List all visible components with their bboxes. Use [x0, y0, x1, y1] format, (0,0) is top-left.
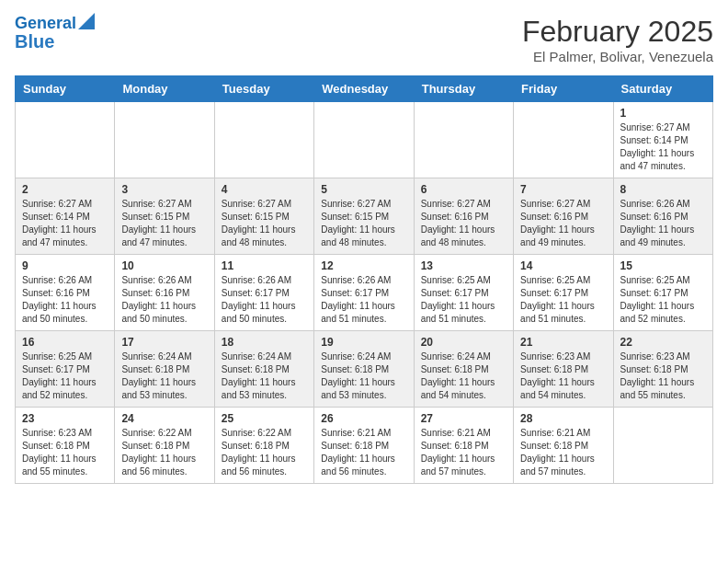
- weekday-header-saturday: Saturday: [613, 76, 712, 102]
- calendar-day-cell: 13Sunrise: 6:25 AM Sunset: 6:17 PM Dayli…: [414, 255, 513, 331]
- day-number: 20: [421, 336, 506, 349]
- calendar-day-cell: 9Sunrise: 6:26 AM Sunset: 6:16 PM Daylig…: [16, 255, 115, 331]
- day-number: 19: [321, 336, 406, 349]
- day-info: Sunrise: 6:27 AM Sunset: 6:15 PM Dayligh…: [222, 198, 307, 249]
- day-info: Sunrise: 6:24 AM Sunset: 6:18 PM Dayligh…: [421, 350, 506, 402]
- calendar-day-cell: 27Sunrise: 6:21 AM Sunset: 6:18 PM Dayli…: [414, 408, 513, 484]
- day-number: 21: [520, 336, 606, 349]
- day-number: 11: [222, 259, 307, 272]
- calendar-day-cell: [514, 102, 613, 178]
- calendar-day-cell: 8Sunrise: 6:26 AM Sunset: 6:16 PM Daylig…: [613, 178, 712, 255]
- day-number: 23: [22, 412, 108, 425]
- calendar-week-row: 9Sunrise: 6:26 AM Sunset: 6:16 PM Daylig…: [16, 255, 713, 331]
- calendar-week-row: 1Sunrise: 6:27 AM Sunset: 6:14 PM Daylig…: [16, 102, 713, 178]
- calendar-week-row: 2Sunrise: 6:27 AM Sunset: 6:14 PM Daylig…: [16, 178, 713, 255]
- day-info: Sunrise: 6:21 AM Sunset: 6:18 PM Dayligh…: [321, 427, 406, 478]
- day-number: 25: [222, 412, 307, 425]
- calendar-day-cell: [214, 102, 313, 178]
- calendar-day-cell: 3Sunrise: 6:27 AM Sunset: 6:15 PM Daylig…: [115, 178, 214, 255]
- calendar-day-cell: 16Sunrise: 6:25 AM Sunset: 6:17 PM Dayli…: [16, 331, 115, 408]
- day-info: Sunrise: 6:21 AM Sunset: 6:18 PM Dayligh…: [421, 427, 506, 478]
- day-number: 26: [321, 412, 406, 425]
- day-number: 9: [22, 259, 108, 272]
- day-number: 4: [222, 183, 307, 196]
- day-number: 5: [321, 183, 406, 196]
- calendar-day-cell: 14Sunrise: 6:25 AM Sunset: 6:17 PM Dayli…: [514, 255, 613, 331]
- day-info: Sunrise: 6:26 AM Sunset: 6:17 PM Dayligh…: [321, 274, 406, 326]
- calendar-day-cell: 19Sunrise: 6:24 AM Sunset: 6:18 PM Dayli…: [314, 331, 414, 408]
- calendar-subtitle: El Palmer, Bolivar, Venezuela: [522, 49, 713, 64]
- day-number: 15: [620, 259, 706, 272]
- calendar-day-cell: 17Sunrise: 6:24 AM Sunset: 6:18 PM Dayli…: [115, 331, 214, 408]
- day-number: 7: [520, 183, 606, 196]
- logo: General Blue: [15, 15, 95, 52]
- day-info: Sunrise: 6:22 AM Sunset: 6:18 PM Dayligh…: [222, 427, 307, 478]
- calendar-day-cell: 24Sunrise: 6:22 AM Sunset: 6:18 PM Dayli…: [115, 408, 214, 484]
- calendar-day-cell: 15Sunrise: 6:25 AM Sunset: 6:17 PM Dayli…: [613, 255, 712, 331]
- day-number: 2: [22, 183, 108, 196]
- day-info: Sunrise: 6:27 AM Sunset: 6:15 PM Dayligh…: [321, 198, 406, 249]
- day-number: 1: [620, 107, 706, 120]
- calendar-day-cell: 18Sunrise: 6:24 AM Sunset: 6:18 PM Dayli…: [214, 331, 313, 408]
- calendar-day-cell: 28Sunrise: 6:21 AM Sunset: 6:18 PM Dayli…: [514, 408, 613, 484]
- calendar-week-row: 23Sunrise: 6:23 AM Sunset: 6:18 PM Dayli…: [16, 408, 713, 484]
- day-info: Sunrise: 6:22 AM Sunset: 6:18 PM Dayligh…: [121, 427, 207, 478]
- day-info: Sunrise: 6:26 AM Sunset: 6:16 PM Dayligh…: [620, 198, 706, 249]
- day-number: 6: [421, 183, 506, 196]
- day-info: Sunrise: 6:24 AM Sunset: 6:18 PM Dayligh…: [222, 350, 307, 402]
- calendar-day-cell: 1Sunrise: 6:27 AM Sunset: 6:14 PM Daylig…: [613, 102, 712, 178]
- calendar-day-cell: [314, 102, 414, 178]
- logo-arrow-icon: [78, 13, 95, 29]
- day-info: Sunrise: 6:23 AM Sunset: 6:18 PM Dayligh…: [520, 350, 606, 402]
- calendar-day-cell: [115, 102, 214, 178]
- day-info: Sunrise: 6:24 AM Sunset: 6:18 PM Dayligh…: [321, 350, 406, 402]
- day-number: 3: [121, 183, 207, 196]
- day-number: 28: [520, 412, 606, 425]
- day-info: Sunrise: 6:24 AM Sunset: 6:18 PM Dayligh…: [121, 350, 207, 402]
- calendar-day-cell: [414, 102, 513, 178]
- day-info: Sunrise: 6:25 AM Sunset: 6:17 PM Dayligh…: [22, 350, 108, 402]
- day-info: Sunrise: 6:26 AM Sunset: 6:17 PM Dayligh…: [222, 274, 307, 326]
- day-info: Sunrise: 6:23 AM Sunset: 6:18 PM Dayligh…: [620, 350, 706, 402]
- day-info: Sunrise: 6:27 AM Sunset: 6:14 PM Dayligh…: [620, 121, 706, 173]
- calendar-day-cell: 11Sunrise: 6:26 AM Sunset: 6:17 PM Dayli…: [214, 255, 313, 331]
- calendar-day-cell: 10Sunrise: 6:26 AM Sunset: 6:16 PM Dayli…: [115, 255, 214, 331]
- day-info: Sunrise: 6:25 AM Sunset: 6:17 PM Dayligh…: [520, 274, 606, 326]
- day-number: 12: [321, 259, 406, 272]
- weekday-header-friday: Friday: [514, 76, 613, 102]
- day-number: 14: [520, 259, 606, 272]
- day-info: Sunrise: 6:27 AM Sunset: 6:15 PM Dayligh…: [121, 198, 207, 249]
- weekday-header-sunday: Sunday: [16, 76, 115, 102]
- day-info: Sunrise: 6:27 AM Sunset: 6:16 PM Dayligh…: [520, 198, 606, 249]
- calendar-day-cell: [613, 408, 712, 484]
- day-info: Sunrise: 6:26 AM Sunset: 6:16 PM Dayligh…: [22, 274, 108, 326]
- day-number: 22: [620, 336, 706, 349]
- calendar-day-cell: 2Sunrise: 6:27 AM Sunset: 6:14 PM Daylig…: [16, 178, 115, 255]
- day-number: 27: [421, 412, 506, 425]
- calendar-day-cell: 6Sunrise: 6:27 AM Sunset: 6:16 PM Daylig…: [414, 178, 513, 255]
- calendar-title: February 2025: [522, 15, 713, 49]
- title-block: February 2025 El Palmer, Bolivar, Venezu…: [522, 15, 713, 64]
- weekday-header-wednesday: Wednesday: [314, 76, 414, 102]
- day-number: 16: [22, 336, 108, 349]
- svg-marker-0: [78, 13, 95, 29]
- calendar-day-cell: 5Sunrise: 6:27 AM Sunset: 6:15 PM Daylig…: [314, 178, 414, 255]
- calendar-day-cell: 7Sunrise: 6:27 AM Sunset: 6:16 PM Daylig…: [514, 178, 613, 255]
- calendar-day-cell: 21Sunrise: 6:23 AM Sunset: 6:18 PM Dayli…: [514, 331, 613, 408]
- page-header: General Blue February 2025 El Palmer, Bo…: [15, 15, 713, 64]
- day-info: Sunrise: 6:26 AM Sunset: 6:16 PM Dayligh…: [121, 274, 207, 326]
- day-number: 13: [421, 259, 506, 272]
- calendar-day-cell: 23Sunrise: 6:23 AM Sunset: 6:18 PM Dayli…: [16, 408, 115, 484]
- day-info: Sunrise: 6:27 AM Sunset: 6:16 PM Dayligh…: [421, 198, 506, 249]
- day-number: 18: [222, 336, 307, 349]
- day-number: 24: [121, 412, 207, 425]
- calendar-table: SundayMondayTuesdayWednesdayThursdayFrid…: [15, 75, 713, 484]
- day-info: Sunrise: 6:25 AM Sunset: 6:17 PM Dayligh…: [421, 274, 506, 326]
- weekday-header-thursday: Thursday: [414, 76, 513, 102]
- logo-blue: Blue: [15, 31, 54, 52]
- day-number: 17: [121, 336, 207, 349]
- calendar-week-row: 16Sunrise: 6:25 AM Sunset: 6:17 PM Dayli…: [16, 331, 713, 408]
- weekday-header-monday: Monday: [115, 76, 214, 102]
- day-info: Sunrise: 6:23 AM Sunset: 6:18 PM Dayligh…: [22, 427, 108, 478]
- day-info: Sunrise: 6:21 AM Sunset: 6:18 PM Dayligh…: [520, 427, 606, 478]
